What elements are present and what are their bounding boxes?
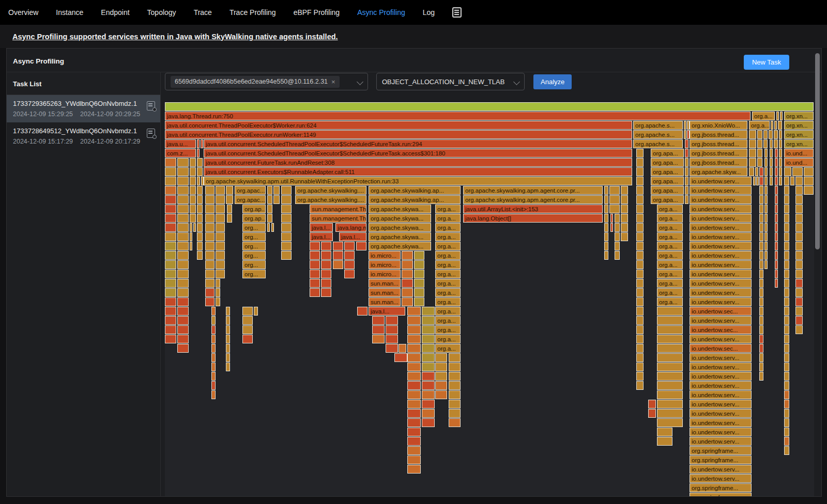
flame-frame[interactable]: [759, 344, 763, 353]
flame-frame[interactable]: [657, 316, 683, 325]
nav-item-ebpf-profiling[interactable]: eBPF Profiling: [294, 8, 340, 17]
flame-frame[interactable]: [775, 204, 778, 213]
flame-frame[interactable]: [177, 260, 189, 269]
flame-frame[interactable]: java.l...: [369, 307, 405, 316]
flame-frame[interactable]: [756, 177, 759, 185]
flame-frame[interactable]: [310, 270, 320, 278]
flame-frame[interactable]: io.undertow.sec...: [690, 307, 752, 316]
flame-frame[interactable]: [749, 167, 754, 176]
flame-frame[interactable]: [407, 325, 421, 334]
flame-frame[interactable]: org.jboss.thread...: [690, 149, 747, 158]
flame-frame[interactable]: [636, 325, 644, 334]
flame-frame[interactable]: io.undertow.serv...: [690, 242, 752, 250]
flame-frame[interactable]: [177, 297, 189, 306]
flame-frame[interactable]: [795, 251, 803, 260]
flame-frame[interactable]: [636, 195, 644, 204]
flame-frame[interactable]: [281, 251, 292, 260]
flame-frame[interactable]: [636, 242, 644, 250]
flame-frame[interactable]: org.a...: [435, 260, 461, 269]
flame-frame[interactable]: [281, 232, 292, 241]
flame-frame[interactable]: [795, 214, 803, 223]
flame-frame[interactable]: [784, 363, 789, 371]
flame-frame[interactable]: [795, 288, 803, 297]
flame-frame[interactable]: org.xn...: [784, 130, 814, 139]
flame-frame[interactable]: java.l...: [339, 232, 366, 241]
flame-frame[interactable]: io.undertow.serv...: [690, 279, 752, 288]
flame-frame[interactable]: [449, 400, 461, 408]
flame-frame[interactable]: io.undertow.serv...: [690, 437, 752, 446]
flame-frame[interactable]: org.apache.skywalking....: [295, 186, 366, 195]
flame-frame[interactable]: [763, 139, 768, 148]
flame-frame[interactable]: [615, 251, 620, 260]
flame-frame[interactable]: [604, 232, 608, 241]
flame-frame[interactable]: [776, 112, 779, 120]
flame-frame[interactable]: [216, 297, 220, 306]
flame-scrollbar-thumb[interactable]: [815, 53, 820, 249]
flame-frame[interactable]: [211, 353, 216, 362]
flame-frame[interactable]: [177, 167, 189, 176]
flame-frame[interactable]: [407, 428, 421, 436]
flame-frame[interactable]: [165, 242, 176, 250]
flame-frame[interactable]: [216, 270, 225, 278]
flame-frame[interactable]: org.xnio.XnioWo...: [690, 121, 747, 130]
flame-frame[interactable]: [795, 204, 803, 213]
flame-frame[interactable]: [414, 251, 424, 260]
flame-frame[interactable]: [795, 307, 803, 316]
flame-frame[interactable]: [615, 223, 620, 232]
flame-frame[interactable]: [165, 232, 176, 241]
flame-frame[interactable]: io.undertow.serv...: [690, 474, 752, 483]
flame-frame[interactable]: [774, 121, 777, 130]
flame-frame[interactable]: org.jboss.thread...: [690, 130, 747, 139]
flame-frame[interactable]: [281, 195, 292, 204]
flame-frame[interactable]: [771, 121, 773, 130]
flame-frame[interactable]: [636, 167, 644, 176]
flame-frame[interactable]: org.apa...: [651, 186, 684, 195]
flame-frame[interactable]: [757, 158, 762, 167]
flame-frame[interactable]: io.undertow.serv...: [690, 251, 752, 260]
flame-frame[interactable]: [609, 195, 620, 204]
flame-frame[interactable]: org...: [242, 242, 266, 250]
flame-frame[interactable]: [759, 353, 763, 362]
flame-frame[interactable]: [197, 251, 203, 260]
flame-frame[interactable]: [216, 288, 220, 297]
flame-frame[interactable]: [216, 251, 225, 260]
flame-frame[interactable]: [759, 177, 763, 185]
flame-frame[interactable]: [226, 325, 230, 334]
flame-frame[interactable]: org.apache.s...: [633, 130, 683, 139]
flame-frame[interactable]: [190, 195, 196, 204]
flame-frame[interactable]: org.apa...: [651, 177, 684, 185]
flame-frame[interactable]: [770, 158, 773, 167]
flame-frame[interactable]: [435, 390, 447, 399]
flame-frame[interactable]: [790, 177, 794, 185]
flame-frame[interactable]: [211, 307, 216, 316]
flame-frame[interactable]: [764, 223, 768, 232]
flame-frame[interactable]: [657, 335, 683, 343]
flame-frame[interactable]: [784, 409, 789, 418]
flame-frame[interactable]: [784, 390, 789, 399]
flame-frame[interactable]: [226, 186, 233, 195]
flame-frame[interactable]: org.apache.s...: [633, 139, 683, 148]
flame-frame[interactable]: [685, 195, 688, 204]
flame-frame[interactable]: [226, 335, 230, 343]
flame-frame[interactable]: [636, 232, 644, 241]
flame-frame[interactable]: [177, 307, 189, 316]
flame-frame[interactable]: [422, 353, 435, 362]
flame-frame[interactable]: [177, 232, 189, 241]
flame-frame[interactable]: [749, 149, 756, 158]
flame-frame[interactable]: [449, 372, 461, 381]
flame-frame[interactable]: [784, 223, 789, 232]
flame-frame[interactable]: [165, 195, 176, 204]
flame-frame[interactable]: [226, 307, 230, 316]
flame-frame[interactable]: [177, 204, 189, 213]
flame-frame[interactable]: [784, 177, 789, 185]
flame-frame[interactable]: java.l...: [310, 223, 333, 232]
flame-frame[interactable]: [190, 204, 196, 213]
flame-frame[interactable]: [759, 270, 763, 278]
flame-frame[interactable]: [784, 372, 789, 381]
flame-frame[interactable]: [784, 260, 789, 269]
flame-frame[interactable]: [177, 316, 189, 325]
flame-frame[interactable]: [435, 381, 447, 390]
flame-frame[interactable]: [763, 130, 768, 139]
flame-frame[interactable]: [779, 177, 782, 185]
flame-frame[interactable]: [657, 400, 683, 408]
